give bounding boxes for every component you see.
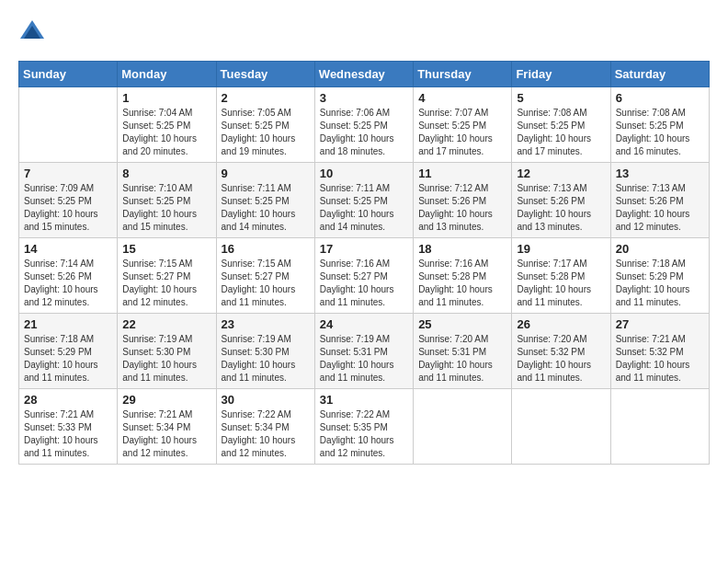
day-number: 7	[24, 167, 112, 180]
day-number: 15	[122, 242, 210, 256]
day-number: 9	[222, 167, 310, 180]
calendar-day-cell: 12Sunrise: 7:13 AMSunset: 5:26 PMDayligh…	[512, 163, 610, 238]
calendar-day-cell: 22Sunrise: 7:19 AMSunset: 5:30 PMDayligh…	[118, 314, 216, 389]
day-number: 23	[222, 317, 310, 331]
calendar-day-cell: 26Sunrise: 7:20 AMSunset: 5:32 PMDayligh…	[512, 314, 610, 389]
calendar-day-cell: 23Sunrise: 7:19 AMSunset: 5:30 PMDayligh…	[216, 314, 314, 389]
day-number: 29	[122, 393, 210, 407]
day-info: Sunrise: 7:19 AMSunset: 5:30 PMDaylight:…	[222, 333, 310, 385]
page-header	[18, 18, 710, 46]
day-number: 17	[320, 242, 408, 256]
calendar-week-row: 7Sunrise: 7:09 AMSunset: 5:25 PMDaylight…	[19, 163, 710, 238]
day-info: Sunrise: 7:07 AMSunset: 5:25 PMDaylight:…	[418, 107, 506, 158]
calendar-day-cell: 27Sunrise: 7:21 AMSunset: 5:32 PMDayligh…	[610, 314, 709, 389]
day-number: 16	[222, 242, 310, 256]
calendar-day-cell: 24Sunrise: 7:19 AMSunset: 5:31 PMDayligh…	[314, 314, 413, 389]
day-info: Sunrise: 7:18 AMSunset: 5:29 PMDaylight:…	[24, 333, 112, 385]
day-info: Sunrise: 7:11 AMSunset: 5:25 PMDaylight:…	[222, 182, 310, 234]
calendar-day-cell	[19, 87, 118, 163]
calendar-day-cell: 28Sunrise: 7:21 AMSunset: 5:33 PMDayligh…	[19, 389, 118, 465]
day-info: Sunrise: 7:09 AMSunset: 5:25 PMDaylight:…	[24, 182, 112, 234]
day-number: 18	[418, 242, 506, 256]
day-number: 10	[320, 167, 408, 180]
logo-icon	[18, 18, 46, 46]
day-number: 11	[418, 167, 506, 180]
calendar-day-cell: 14Sunrise: 7:14 AMSunset: 5:26 PMDayligh…	[19, 238, 118, 314]
day-of-week-header: Thursday	[414, 62, 512, 87]
calendar-day-cell	[512, 389, 610, 465]
day-info: Sunrise: 7:05 AMSunset: 5:25 PMDaylight:…	[222, 107, 310, 158]
day-info: Sunrise: 7:17 AMSunset: 5:28 PMDaylight:…	[517, 258, 605, 309]
calendar-day-cell: 4Sunrise: 7:07 AMSunset: 5:25 PMDaylight…	[414, 87, 512, 163]
day-number: 12	[517, 167, 605, 180]
calendar-day-cell: 30Sunrise: 7:22 AMSunset: 5:34 PMDayligh…	[216, 389, 314, 465]
day-info: Sunrise: 7:06 AMSunset: 5:25 PMDaylight:…	[320, 107, 408, 158]
day-number: 14	[24, 242, 112, 256]
day-number: 13	[616, 167, 704, 180]
day-number: 5	[517, 91, 605, 105]
day-number: 20	[616, 242, 704, 256]
day-number: 26	[517, 317, 605, 331]
day-number: 8	[122, 167, 210, 180]
day-of-week-header: Saturday	[610, 62, 709, 87]
day-number: 30	[222, 393, 310, 407]
day-info: Sunrise: 7:20 AMSunset: 5:32 PMDaylight:…	[517, 333, 605, 385]
calendar-day-cell: 10Sunrise: 7:11 AMSunset: 5:25 PMDayligh…	[314, 163, 413, 238]
day-info: Sunrise: 7:08 AMSunset: 5:25 PMDaylight:…	[616, 107, 704, 158]
calendar-day-cell: 7Sunrise: 7:09 AMSunset: 5:25 PMDaylight…	[19, 163, 118, 238]
calendar-week-row: 1Sunrise: 7:04 AMSunset: 5:25 PMDaylight…	[19, 87, 710, 163]
calendar-day-cell: 17Sunrise: 7:16 AMSunset: 5:27 PMDayligh…	[314, 238, 413, 314]
calendar-day-cell: 31Sunrise: 7:22 AMSunset: 5:35 PMDayligh…	[314, 389, 413, 465]
calendar-day-cell: 3Sunrise: 7:06 AMSunset: 5:25 PMDaylight…	[314, 87, 413, 163]
day-of-week-header: Wednesday	[314, 62, 413, 87]
calendar-day-cell: 5Sunrise: 7:08 AMSunset: 5:25 PMDaylight…	[512, 87, 610, 163]
calendar-day-cell: 18Sunrise: 7:16 AMSunset: 5:28 PMDayligh…	[414, 238, 512, 314]
calendar-week-row: 14Sunrise: 7:14 AMSunset: 5:26 PMDayligh…	[19, 238, 710, 314]
day-number: 28	[24, 393, 112, 407]
day-info: Sunrise: 7:13 AMSunset: 5:26 PMDaylight:…	[616, 182, 704, 234]
day-info: Sunrise: 7:22 AMSunset: 5:34 PMDaylight:…	[222, 408, 310, 460]
day-info: Sunrise: 7:10 AMSunset: 5:25 PMDaylight:…	[122, 182, 210, 234]
day-number: 3	[320, 91, 408, 105]
day-of-week-header: Sunday	[19, 62, 118, 87]
day-info: Sunrise: 7:21 AMSunset: 5:32 PMDaylight:…	[616, 333, 704, 385]
day-info: Sunrise: 7:12 AMSunset: 5:26 PMDaylight:…	[418, 182, 506, 234]
day-number: 25	[418, 317, 506, 331]
day-info: Sunrise: 7:20 AMSunset: 5:31 PMDaylight:…	[418, 333, 506, 385]
day-number: 31	[320, 393, 408, 407]
day-info: Sunrise: 7:15 AMSunset: 5:27 PMDaylight:…	[222, 258, 310, 309]
calendar-day-cell: 6Sunrise: 7:08 AMSunset: 5:25 PMDaylight…	[610, 87, 709, 163]
day-info: Sunrise: 7:21 AMSunset: 5:34 PMDaylight:…	[122, 408, 210, 460]
calendar-week-row: 28Sunrise: 7:21 AMSunset: 5:33 PMDayligh…	[19, 389, 710, 465]
calendar-day-cell: 13Sunrise: 7:13 AMSunset: 5:26 PMDayligh…	[610, 163, 709, 238]
day-info: Sunrise: 7:08 AMSunset: 5:25 PMDaylight:…	[517, 107, 605, 158]
day-info: Sunrise: 7:18 AMSunset: 5:29 PMDaylight:…	[616, 258, 704, 309]
calendar-day-cell: 29Sunrise: 7:21 AMSunset: 5:34 PMDayligh…	[118, 389, 216, 465]
calendar-day-cell: 1Sunrise: 7:04 AMSunset: 5:25 PMDaylight…	[118, 87, 216, 163]
day-info: Sunrise: 7:22 AMSunset: 5:35 PMDaylight:…	[320, 408, 408, 460]
day-info: Sunrise: 7:19 AMSunset: 5:31 PMDaylight:…	[320, 333, 408, 385]
day-number: 4	[418, 91, 506, 105]
day-info: Sunrise: 7:19 AMSunset: 5:30 PMDaylight:…	[122, 333, 210, 385]
calendar-day-cell: 11Sunrise: 7:12 AMSunset: 5:26 PMDayligh…	[414, 163, 512, 238]
day-info: Sunrise: 7:16 AMSunset: 5:28 PMDaylight:…	[418, 258, 506, 309]
day-number: 22	[122, 317, 210, 331]
day-number: 2	[222, 91, 310, 105]
calendar-day-cell: 15Sunrise: 7:15 AMSunset: 5:27 PMDayligh…	[118, 238, 216, 314]
logo	[18, 18, 51, 46]
calendar-day-cell: 25Sunrise: 7:20 AMSunset: 5:31 PMDayligh…	[414, 314, 512, 389]
day-number: 19	[517, 242, 605, 256]
day-info: Sunrise: 7:15 AMSunset: 5:27 PMDaylight:…	[122, 258, 210, 309]
day-number: 21	[24, 317, 112, 331]
calendar-week-row: 21Sunrise: 7:18 AMSunset: 5:29 PMDayligh…	[19, 314, 710, 389]
day-number: 1	[122, 91, 210, 105]
calendar-day-cell	[414, 389, 512, 465]
calendar-day-cell: 16Sunrise: 7:15 AMSunset: 5:27 PMDayligh…	[216, 238, 314, 314]
day-number: 6	[616, 91, 704, 105]
day-info: Sunrise: 7:11 AMSunset: 5:25 PMDaylight:…	[320, 182, 408, 234]
calendar-day-cell: 2Sunrise: 7:05 AMSunset: 5:25 PMDaylight…	[216, 87, 314, 163]
calendar-day-cell: 20Sunrise: 7:18 AMSunset: 5:29 PMDayligh…	[610, 238, 709, 314]
day-info: Sunrise: 7:13 AMSunset: 5:26 PMDaylight:…	[517, 182, 605, 234]
calendar-day-cell	[610, 389, 709, 465]
day-info: Sunrise: 7:14 AMSunset: 5:26 PMDaylight:…	[24, 258, 112, 309]
